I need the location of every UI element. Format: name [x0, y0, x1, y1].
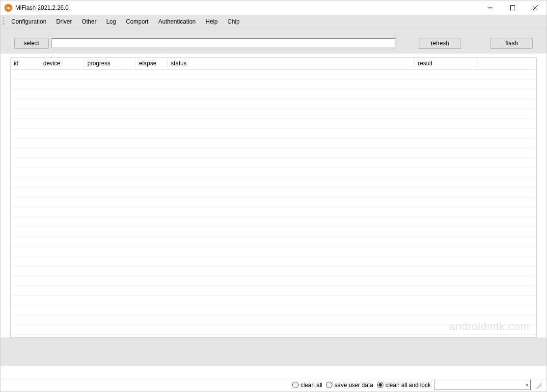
- app-icon: m: [4, 4, 12, 12]
- close-icon: [533, 5, 538, 10]
- table-row[interactable]: [11, 325, 536, 335]
- table-body: [11, 70, 536, 335]
- table-row[interactable]: [11, 178, 536, 188]
- menu-other[interactable]: Other: [77, 16, 101, 27]
- radio-clean-all-and-lock[interactable]: clean all and lock: [377, 382, 431, 389]
- radio-icon: [292, 382, 299, 388]
- flash-button[interactable]: flash: [491, 38, 533, 49]
- table-row[interactable]: [11, 286, 536, 296]
- path-input[interactable]: [52, 38, 395, 48]
- table-row[interactable]: [11, 296, 536, 306]
- table-row[interactable]: [11, 168, 536, 178]
- table-row[interactable]: [11, 89, 536, 99]
- bottom-gap: [0, 337, 547, 366]
- script-combo[interactable]: ▾: [435, 380, 531, 390]
- table-row[interactable]: [11, 266, 536, 276]
- svg-rect-1: [511, 5, 515, 10]
- table-row[interactable]: [11, 148, 536, 158]
- menubar-grip: [2, 17, 4, 26]
- col-device[interactable]: device: [40, 58, 84, 70]
- menu-driver[interactable]: Driver: [51, 16, 77, 27]
- window-controls: [479, 0, 547, 15]
- refresh-button[interactable]: refresh: [419, 38, 461, 49]
- minimize-icon: [488, 5, 492, 10]
- table-row[interactable]: [11, 227, 536, 237]
- app-icon-letter: m: [6, 5, 10, 10]
- table-row[interactable]: [11, 188, 536, 197]
- table-row[interactable]: [11, 139, 536, 148]
- table-row[interactable]: [11, 256, 536, 266]
- toolbar-row: select refresh flash: [14, 38, 533, 49]
- resize-grip-icon[interactable]: [535, 382, 542, 389]
- table-row[interactable]: [11, 207, 536, 217]
- table-row[interactable]: [11, 306, 536, 315]
- radio-label: save user data: [334, 382, 373, 389]
- radio-label: clean all and lock: [385, 382, 431, 389]
- close-button[interactable]: [524, 0, 547, 15]
- menubar: Configuration Driver Other Log Comport A…: [0, 15, 547, 28]
- table-row[interactable]: [11, 109, 536, 119]
- table-row[interactable]: [11, 99, 536, 109]
- chevron-down-icon: ▾: [526, 383, 528, 388]
- table-row[interactable]: [11, 315, 536, 325]
- col-status[interactable]: status: [168, 58, 415, 70]
- radio-icon: [326, 382, 332, 388]
- select-button[interactable]: select: [14, 38, 49, 49]
- table-row[interactable]: [11, 276, 536, 286]
- menu-chip[interactable]: Chip: [222, 16, 245, 27]
- statusbar: clean all save user data clean all and l…: [0, 378, 547, 392]
- table-row[interactable]: [11, 247, 536, 256]
- radio-icon: [377, 382, 383, 388]
- table-row[interactable]: [11, 197, 536, 207]
- minimize-button[interactable]: [479, 0, 501, 15]
- device-table: id device progress elapse status result …: [10, 57, 537, 337]
- col-result[interactable]: result: [415, 58, 476, 70]
- menu-comport[interactable]: Comport: [121, 16, 153, 27]
- col-elapse[interactable]: elapse: [136, 58, 168, 70]
- radio-clean-all[interactable]: clean all: [292, 382, 322, 389]
- table-header-row: id device progress elapse status result: [11, 58, 536, 70]
- table-row[interactable]: [11, 158, 536, 168]
- menu-help[interactable]: Help: [201, 16, 223, 27]
- table-row[interactable]: [11, 217, 536, 227]
- col-id[interactable]: id: [11, 58, 40, 70]
- menu-log[interactable]: Log: [101, 16, 121, 27]
- table-row[interactable]: [11, 129, 536, 139]
- menu-authentication[interactable]: Authentication: [153, 16, 200, 27]
- radio-label: clean all: [301, 382, 322, 389]
- maximize-icon: [510, 5, 515, 10]
- window-title: MiFlash 2021.2.26.0: [15, 4, 69, 11]
- menu-configuration[interactable]: Configuration: [6, 16, 51, 27]
- table-row[interactable]: [11, 70, 536, 80]
- titlebar: m MiFlash 2021.2.26.0: [0, 0, 547, 15]
- col-empty[interactable]: [476, 58, 536, 70]
- col-progress[interactable]: progress: [84, 58, 136, 70]
- radio-save-user-data[interactable]: save user data: [326, 382, 373, 389]
- maximize-button[interactable]: [501, 0, 524, 15]
- table-row[interactable]: [11, 119, 536, 129]
- toolbar-area: select refresh flash: [0, 28, 547, 54]
- table-row[interactable]: [11, 80, 536, 89]
- table-row[interactable]: [11, 237, 536, 247]
